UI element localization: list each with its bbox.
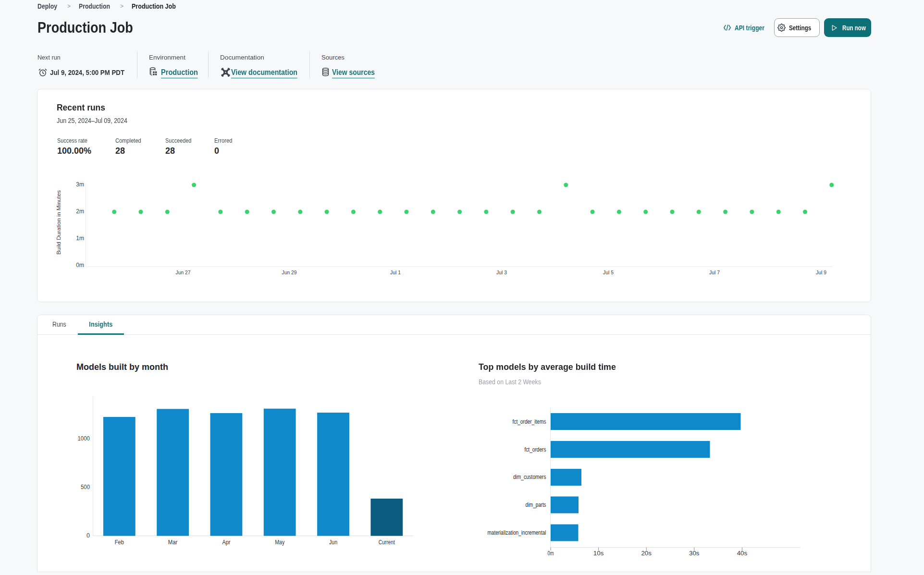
- svg-text:40s: 40s: [737, 550, 748, 557]
- svg-text:Jul 7: Jul 7: [709, 269, 720, 275]
- svg-text:Jun 29: Jun 29: [282, 269, 297, 275]
- svg-text:10s: 10s: [593, 550, 604, 557]
- svg-text:fct_order_items: fct_order_items: [513, 418, 546, 425]
- svg-text:0: 0: [86, 532, 90, 539]
- svg-text:dim_customers: dim_customers: [513, 474, 546, 480]
- svg-text:Current: Current: [379, 539, 395, 546]
- svg-text:Jun: Jun: [329, 539, 337, 546]
- svg-text:20s: 20s: [641, 550, 652, 557]
- svg-text:Jun 27: Jun 27: [176, 269, 191, 275]
- svg-text:1000: 1000: [78, 435, 90, 442]
- svg-text:Feb: Feb: [115, 539, 124, 546]
- svg-text:fct_orders: fct_orders: [525, 446, 546, 453]
- svg-text:Build Duration in Minutes: Build Duration in Minutes: [56, 190, 62, 255]
- svg-text:0m: 0m: [548, 550, 554, 557]
- svg-text:materialization_incremental: materialization_incremental: [488, 529, 546, 536]
- svg-text:1m: 1m: [76, 235, 84, 242]
- svg-text:2m: 2m: [76, 208, 84, 215]
- svg-text:Jul 1: Jul 1: [390, 269, 401, 275]
- svg-text:dim_parts: dim_parts: [526, 502, 546, 508]
- svg-text:Jul 9: Jul 9: [816, 269, 826, 275]
- svg-text:0m: 0m: [76, 262, 84, 269]
- svg-text:3m: 3m: [76, 181, 84, 188]
- svg-text:Jul 3: Jul 3: [496, 269, 507, 275]
- svg-text:Mar: Mar: [168, 539, 178, 546]
- svg-text:30s: 30s: [689, 550, 700, 557]
- svg-text:Apr: Apr: [222, 539, 230, 546]
- svg-text:Jul 5: Jul 5: [603, 269, 614, 275]
- svg-text:500: 500: [81, 484, 90, 490]
- svg-text:May: May: [275, 539, 285, 546]
